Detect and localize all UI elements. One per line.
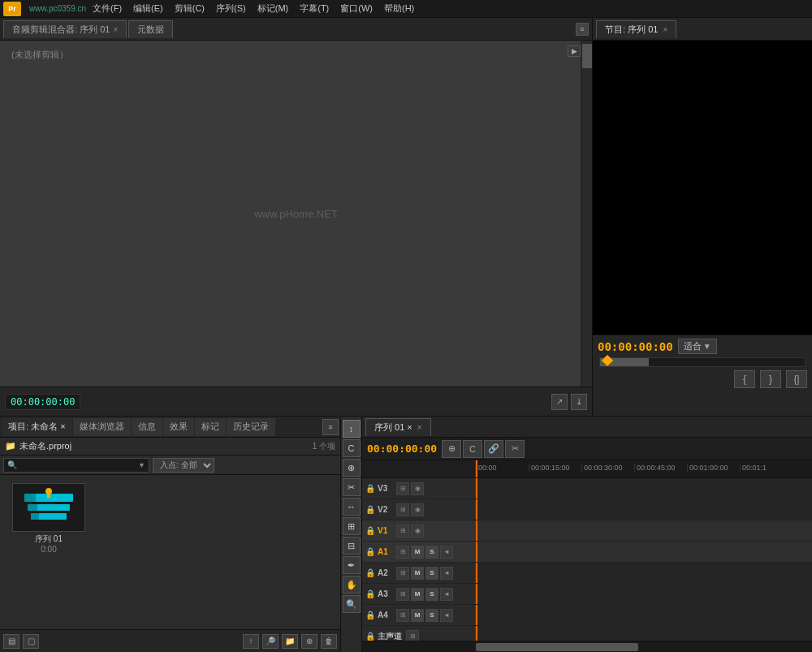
close-sequence-tab[interactable]: ×: [417, 423, 422, 432]
track-v1-eye[interactable]: ◉: [411, 525, 424, 538]
search-input-wrap[interactable]: 🔍 ▼: [3, 458, 149, 473]
project-panel-menu[interactable]: ≡: [322, 419, 339, 435]
seq-tool-btn[interactable]: ✂: [505, 440, 525, 458]
mark-in-btn[interactable]: {: [734, 370, 755, 388]
track-a2-area[interactable]: [476, 563, 812, 583]
track-a4-toggle[interactable]: ⊞: [396, 609, 409, 622]
proj-automate-btn[interactable]: ↑: [243, 634, 259, 649]
proj-delete-btn[interactable]: 🗑: [321, 634, 337, 649]
track-a2-solo[interactable]: S: [425, 567, 438, 580]
send-to-timeline-btn[interactable]: ↗: [551, 394, 568, 410]
track-master-lock[interactable]: 🔒: [365, 632, 375, 641]
tool-rolling[interactable]: ✂: [343, 478, 361, 496]
mark-out-btn[interactable]: }: [760, 370, 781, 388]
close-audio-mixer-tab[interactable]: ×: [113, 25, 118, 34]
proj-new-bin-btn[interactable]: 📁: [282, 634, 298, 649]
seq-snap-btn[interactable]: C: [463, 440, 482, 458]
proj-list-view-btn[interactable]: ▤: [3, 634, 19, 649]
export-frame-btn[interactable]: ⤓: [571, 394, 587, 410]
tab-history[interactable]: 历史记录: [227, 418, 275, 436]
menu-edit[interactable]: 编辑(E): [128, 1, 168, 16]
tool-ripple[interactable]: ⊕: [343, 459, 361, 477]
menu-sequence[interactable]: 序列(S): [211, 1, 251, 16]
track-a4-input[interactable]: ◄: [440, 609, 453, 622]
menu-file[interactable]: 文件(F): [88, 1, 127, 16]
track-a4-solo[interactable]: S: [425, 609, 438, 622]
search-dropdown-icon[interactable]: ▼: [138, 461, 145, 469]
tab-sequence01[interactable]: 序列 01 × ×: [365, 418, 431, 436]
tab-media-browser[interactable]: 媒体浏览器: [73, 418, 131, 436]
source-scrollbar[interactable]: [581, 41, 592, 386]
track-v2-toggle[interactable]: ⊞: [396, 503, 409, 516]
tab-project[interactable]: 项目: 未命名 ×: [2, 418, 72, 436]
track-v3-eye[interactable]: ◉: [411, 482, 424, 495]
track-v1-lock[interactable]: 🔒: [365, 526, 375, 535]
tab-info[interactable]: 信息: [132, 418, 162, 436]
track-a1-solo[interactable]: S: [425, 546, 438, 559]
seq-add-track-btn[interactable]: ⊕: [442, 440, 461, 458]
tool-hand[interactable]: ✋: [343, 576, 361, 594]
track-a1-lock[interactable]: 🔒: [365, 547, 375, 556]
track-a3-solo[interactable]: S: [425, 588, 438, 601]
fit-select[interactable]: 适合 ▼: [678, 339, 717, 354]
goto-in-btn[interactable]: {|: [786, 370, 807, 388]
tool-track-select[interactable]: C: [343, 439, 361, 457]
track-a3-header: 🔒 A3 ⊞ M S ◄: [362, 584, 476, 604]
source-scroll-right[interactable]: ▶: [568, 45, 581, 57]
search-input[interactable]: [19, 460, 138, 469]
track-a4-mute[interactable]: M: [411, 609, 424, 622]
track-master-area[interactable]: [476, 626, 812, 641]
menu-marker[interactable]: 标记(M): [253, 1, 294, 16]
track-v2-lock[interactable]: 🔒: [365, 505, 375, 514]
track-a2-lock[interactable]: 🔒: [365, 568, 375, 577]
track-v3-area[interactable]: [476, 478, 812, 499]
tab-effects[interactable]: 效果: [163, 418, 194, 436]
track-v1-area[interactable]: [476, 520, 812, 541]
track-v2-area[interactable]: [476, 499, 812, 520]
seq-linked-btn[interactable]: 🔗: [484, 440, 503, 458]
track-a3-toggle[interactable]: ⊞: [396, 588, 409, 601]
track-a3-input[interactable]: ◄: [440, 588, 453, 601]
seq-bottom-scrollbar[interactable]: [362, 641, 812, 652]
tab-program[interactable]: 节目: 序列 01 ×: [596, 20, 676, 38]
tab-audio-mixer[interactable]: 音频剪辑混合器: 序列 01 ×: [3, 20, 127, 38]
track-v3-lock[interactable]: 🔒: [365, 484, 375, 493]
close-program-tab[interactable]: ×: [663, 25, 667, 34]
track-a3-lock[interactable]: 🔒: [365, 589, 375, 598]
tab-metadata[interactable]: 元数据: [128, 20, 173, 38]
track-a1-toggle[interactable]: ⊞: [396, 546, 409, 559]
ruler-area[interactable]: 00:00 00:00:15:00 00:00:30:00 00:00:45:0…: [476, 460, 812, 477]
menu-help[interactable]: 帮助(H): [379, 1, 419, 16]
tool-selection[interactable]: ↕: [343, 420, 361, 438]
proj-search-btn[interactable]: 🔎: [262, 634, 279, 649]
track-a3-area[interactable]: [476, 584, 812, 604]
program-progress-bar[interactable]: [599, 357, 806, 367]
tool-zoom[interactable]: 🔍: [343, 595, 361, 613]
menu-clip[interactable]: 剪辑(C): [170, 1, 209, 16]
track-a3-mute[interactable]: M: [411, 588, 424, 601]
tool-pen[interactable]: ✒: [343, 556, 361, 574]
proj-new-item-btn[interactable]: ⊕: [301, 634, 317, 649]
track-master-toggle[interactable]: ⊞: [406, 630, 419, 641]
source-panel-menu-btn[interactable]: ≡: [576, 23, 589, 36]
track-v3-toggle[interactable]: ⊞: [396, 482, 409, 495]
track-v1-toggle[interactable]: ⊞: [396, 525, 409, 538]
tool-rate-stretch[interactable]: ↔: [343, 498, 361, 516]
track-a1-area[interactable]: [476, 542, 812, 562]
menu-title[interactable]: 字幕(T): [295, 1, 334, 16]
proj-icon-view-btn[interactable]: ▢: [23, 634, 39, 649]
menu-window[interactable]: 窗口(W): [335, 1, 378, 16]
track-a2-mute[interactable]: M: [411, 567, 424, 580]
tab-markers[interactable]: 标记: [195, 418, 226, 436]
track-a2-toggle[interactable]: ⊞: [396, 567, 409, 580]
track-a1-input[interactable]: ◄: [440, 546, 453, 559]
track-a4-area[interactable]: [476, 605, 812, 625]
track-v2-eye[interactable]: ◉: [411, 503, 424, 516]
track-a2-input[interactable]: ◄: [440, 567, 453, 580]
track-a1-mute[interactable]: M: [411, 546, 424, 559]
inlet-dropdown[interactable]: 入点: 全部: [153, 458, 214, 473]
track-a4-lock[interactable]: 🔒: [365, 611, 375, 620]
project-item-sequence[interactable]: 序列 01 0:00: [8, 483, 89, 554]
tool-razor[interactable]: ⊞: [343, 517, 361, 535]
tool-slip[interactable]: ⊟: [343, 537, 361, 555]
